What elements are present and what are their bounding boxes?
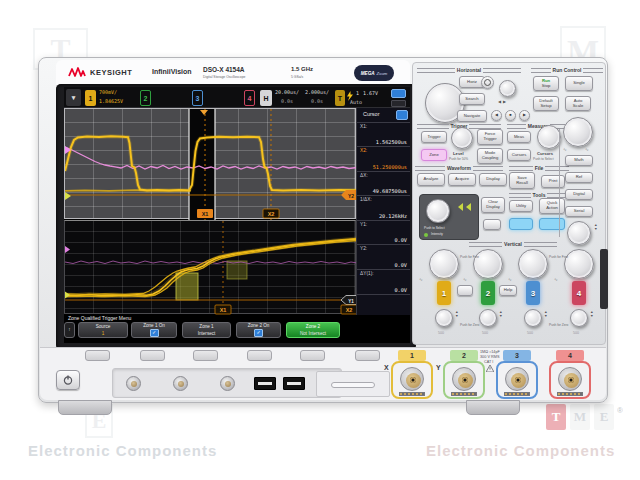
channel-4-button[interactable]: 4	[572, 281, 586, 305]
softkey-zone2-mode[interactable]: Zone 2 Not Intersect	[286, 322, 340, 338]
single-button[interactable]: Single	[565, 76, 593, 91]
ref-button[interactable]: Ref	[565, 172, 593, 183]
usb-port-2	[283, 377, 305, 390]
ch1-status-box[interactable]: 1	[85, 90, 96, 106]
print-button[interactable]: Print	[541, 175, 565, 188]
cursors-knob[interactable]	[537, 125, 561, 149]
default-setup-button[interactable]: Default Setup	[533, 96, 559, 111]
softkey-5[interactable]	[300, 350, 325, 361]
run-stop-button[interactable]: Run Stop	[533, 76, 559, 91]
meas-button[interactable]: Meas	[507, 131, 531, 143]
nav-back-button[interactable]: ◀	[491, 110, 502, 121]
utility-button[interactable]: Utility	[509, 200, 533, 212]
ch2-status-box[interactable]: 2	[140, 90, 151, 106]
power-icon	[63, 375, 73, 385]
menu-back-button[interactable]: ↑	[64, 322, 75, 338]
button-label: Recall	[516, 181, 528, 186]
acquire-button[interactable]: Acquire	[448, 173, 476, 186]
quick-action-button[interactable]: Quick Action	[539, 198, 565, 214]
softkey-1[interactable]	[85, 350, 110, 361]
trigger-button[interactable]: Trigger	[421, 131, 447, 143]
blank-button[interactable]	[483, 219, 501, 230]
save-recall-button[interactable]: Save Recall	[509, 172, 535, 189]
serial-button[interactable]: Serial	[565, 206, 593, 217]
power-button[interactable]	[56, 370, 80, 390]
status-utility-icon[interactable]	[391, 100, 406, 107]
multiplexed-position-knob[interactable]	[567, 221, 591, 245]
channel-2-button[interactable]: 2	[481, 281, 495, 305]
math-button[interactable]: Math	[565, 155, 593, 166]
softkey-zone2-on[interactable]: Zone 2 On ✓	[236, 322, 281, 338]
display-button[interactable]: Display	[479, 173, 507, 186]
digital-button[interactable]: Digital	[565, 189, 593, 200]
main-waveform-svg: Y2 X1 X2	[65, 109, 357, 220]
softkey-zone1-on[interactable]: Zone 1 On ✓	[131, 322, 177, 338]
file-section-title: File	[509, 165, 569, 171]
cursor-row-dy: ΔY(1): 0.0V	[357, 269, 410, 295]
nav-stop-button[interactable]: ■	[505, 110, 516, 121]
channel-3-button[interactable]: 3	[526, 281, 540, 305]
cursors-button[interactable]: Cursors	[507, 149, 531, 161]
trigger-status-box[interactable]: T	[335, 90, 345, 106]
input-rating-3: CAT I	[484, 360, 493, 364]
cursor-sidebar: Cursor X1: 1.562500us X2: 51.250000us ΔX…	[356, 108, 410, 315]
ch4-position-knob[interactable]	[570, 309, 588, 327]
down-arrow-icon: ▼	[455, 314, 459, 318]
softkey-6[interactable]	[355, 350, 380, 361]
force-trigger-button[interactable]: Force Trigger	[477, 129, 503, 145]
ch4-status-box[interactable]: 4	[244, 90, 255, 106]
navigate-button[interactable]: Navigate	[457, 110, 487, 122]
softkey-2[interactable]	[140, 350, 165, 361]
softkey-source[interactable]: Source 1	[78, 322, 128, 338]
ch4-scale-knob[interactable]	[564, 249, 594, 279]
watermark-tagline-left: Electronic Components	[28, 442, 217, 459]
nav-play-button[interactable]: ▶	[519, 110, 530, 121]
rewind-icon: ◀	[495, 113, 498, 117]
column-bracket	[559, 129, 560, 237]
softkey-4[interactable]	[247, 350, 272, 361]
softkey-label: Zone 1	[199, 324, 213, 329]
zone-button[interactable]: Zone	[421, 149, 447, 161]
menu-arrow-button[interactable]: ▾	[66, 89, 81, 106]
ch3-scale-knob[interactable]	[518, 249, 548, 279]
ch1-scale: 700mV/	[99, 89, 117, 95]
button-label: Analyze	[424, 177, 439, 182]
analyze-button[interactable]: Analyze	[417, 173, 445, 186]
watermark-logo-t: T	[546, 404, 566, 430]
ch2-position-knob[interactable]	[479, 309, 497, 327]
lit-button-2[interactable]	[539, 218, 565, 230]
channel-1-button[interactable]: 1	[437, 281, 451, 305]
horizontal-status-box[interactable]: H	[260, 90, 272, 106]
rule	[509, 166, 533, 171]
ch1-scale-knob[interactable]	[429, 249, 459, 279]
lit-button-1[interactable]	[509, 218, 533, 230]
help-button[interactable]: Help	[499, 285, 517, 296]
button-label: Single	[573, 81, 585, 86]
section-label: File	[535, 165, 544, 171]
ch3-position-knob[interactable]	[524, 309, 542, 327]
ch1-position-knob[interactable]	[435, 309, 453, 327]
zoom-button[interactable]	[481, 76, 494, 89]
trigger-level-knob[interactable]	[451, 127, 473, 149]
label-button[interactable]	[457, 285, 473, 296]
ch3-status-box[interactable]: 3	[192, 90, 203, 106]
ch2-scale-knob[interactable]	[473, 249, 503, 279]
ch1-ground-marker	[65, 192, 71, 200]
position-arrows: ▲▼	[594, 223, 598, 232]
entry-knob[interactable]	[426, 199, 450, 223]
position-arrows: ▲▼	[544, 310, 548, 319]
softkey-3[interactable]	[193, 350, 218, 361]
multiplexed-scale-knob[interactable]	[563, 117, 593, 147]
auto-scale-button[interactable]: Auto Scale	[565, 96, 591, 111]
cursor-panel-icon[interactable]	[396, 110, 408, 120]
clear-display-button[interactable]: Clear Display	[481, 197, 505, 213]
horizontal-delay-knob[interactable]	[499, 80, 516, 97]
mode-coupling-button[interactable]: Mode Coupling	[477, 148, 503, 164]
softkey-zone1-mode[interactable]: Zone 1 Intersect	[182, 322, 231, 338]
zone2-region[interactable]	[227, 261, 247, 279]
search-button[interactable]: Search	[459, 93, 485, 105]
touch-zone-icon[interactable]	[391, 89, 406, 98]
push-fine-label: Push for Fine	[549, 255, 568, 259]
watermark-tagline-right: Electronic Components	[426, 442, 615, 459]
button-label: Meas	[514, 135, 524, 140]
